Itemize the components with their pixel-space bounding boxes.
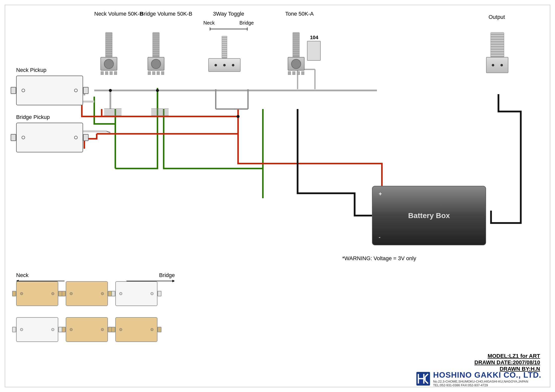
tone-cap-label: 104 xyxy=(310,35,318,40)
info-box: MODEL:LZ1 for ART DRAWN DATE:2007/08/10 … xyxy=(474,353,540,372)
toggle-bridge-label: Bridge xyxy=(240,20,254,26)
bottom-pickup-6 xyxy=(115,317,157,342)
svg-point-6 xyxy=(237,115,240,118)
hoshino-address: No.22,3-CHOME,SHUMOKU-CHO,HIGASHI-KU,NAG… xyxy=(433,380,541,383)
toggle-switch xyxy=(208,36,241,72)
bridge-volume-label: Bridge Volume 50K-B xyxy=(140,10,192,18)
pot-terminal xyxy=(157,71,160,75)
bottom-pickup-4 xyxy=(16,317,58,342)
battery-minus-label: - xyxy=(379,234,380,240)
bridge-volume-shaft xyxy=(153,32,159,57)
pot-terminal xyxy=(101,71,104,75)
model-line: MODEL:LZ1 for ART xyxy=(474,353,540,359)
battery-plus-label: + xyxy=(379,191,382,197)
pot-terminal xyxy=(301,71,304,75)
neck-volume-body xyxy=(100,57,117,71)
tone-label: Tone 50K-A xyxy=(285,10,314,18)
neck-volume-pot xyxy=(100,32,117,75)
pot-terminal xyxy=(110,71,113,75)
pot-terminal xyxy=(292,71,295,75)
pot-terminal xyxy=(152,71,155,75)
output-label: Output xyxy=(489,14,505,21)
pot-terminal xyxy=(297,71,300,75)
svg-line-24 xyxy=(107,131,110,133)
hoshino-tel: TEL:052-931-0386 FAX:052-937-4729 xyxy=(433,383,541,387)
hoshino-icon xyxy=(416,372,430,386)
neck-volume-label: Neck Volume 50K-B xyxy=(94,10,143,18)
tone-capacitor xyxy=(307,41,321,61)
tone-body xyxy=(288,57,305,71)
drawn-date: DRAWN DATE:2007/08/10 xyxy=(474,359,540,366)
diagram-container: Neck Volume 50K-B Bridge Volume 50K-B 3W… xyxy=(0,0,555,392)
pot-terminal xyxy=(114,71,117,75)
pot-terminal xyxy=(105,71,108,75)
battery-box-label: Battery Box xyxy=(408,211,450,220)
toggle-neck-label: Neck xyxy=(203,20,215,26)
bottom-pickup-1 xyxy=(16,281,58,306)
pot-terminal xyxy=(148,71,151,75)
neck-pickup-box xyxy=(16,76,83,105)
svg-point-8 xyxy=(109,89,112,92)
battery-box: + Battery Box - xyxy=(372,186,486,245)
bridge-pickup-label: Bridge Pickup xyxy=(16,114,50,120)
warning-text: *WARNING: Voltage = 3V only xyxy=(342,255,416,262)
pot-terminal xyxy=(161,71,164,75)
toggle-label: 3Way Toggle Neck Bridge xyxy=(203,10,254,32)
neck-pickup-label: Neck Pickup xyxy=(16,67,46,73)
svg-point-7 xyxy=(156,89,159,92)
bottom-pickup-2 xyxy=(66,281,108,306)
output-jack xyxy=(486,32,508,73)
bridge-volume-pot xyxy=(148,32,164,75)
pot-terminal xyxy=(288,71,291,75)
neck-volume-shaft xyxy=(105,32,112,57)
tone-shaft xyxy=(293,32,300,57)
hoshino-text: HOSHINO GAKKI CO., LTD. No.22,3-CHOME,SH… xyxy=(433,370,541,387)
tone-pot xyxy=(288,32,305,75)
bridge-pickup-box xyxy=(16,123,83,152)
bottom-pickup-5 xyxy=(66,317,108,342)
svg-marker-30 xyxy=(172,280,175,282)
bridge-volume-body xyxy=(148,57,164,71)
hoshino-logo: HOSHINO GAKKI CO., LTD. No.22,3-CHOME,SH… xyxy=(416,370,541,387)
hoshino-name: HOSHINO GAKKI CO., LTD. xyxy=(433,370,541,380)
bottom-pickup-3 xyxy=(115,281,157,306)
